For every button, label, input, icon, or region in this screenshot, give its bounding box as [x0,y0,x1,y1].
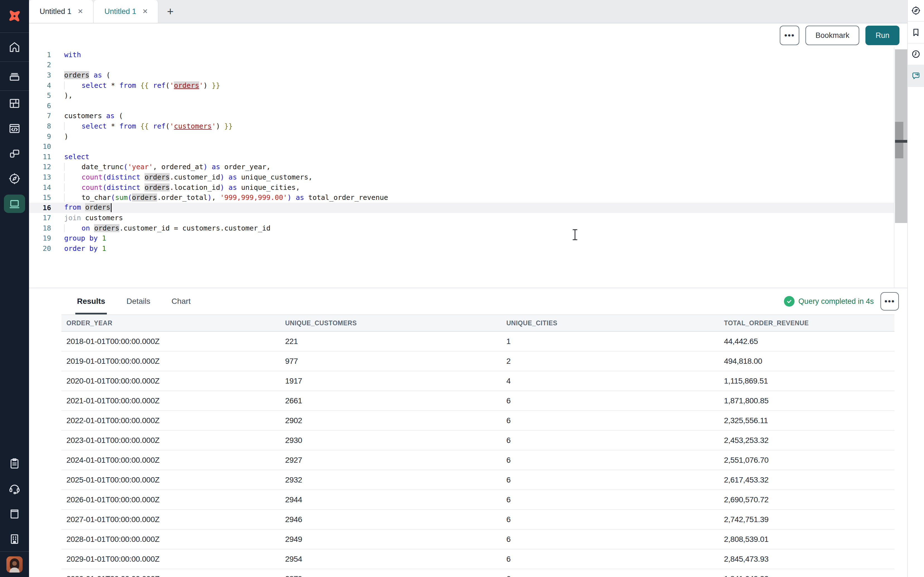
sidebar-item-home[interactable] [0,33,29,61]
table-cell: 2026-01-01T00:00:00.000Z [61,495,280,504]
code-line[interactable]: 20order by 1 [29,243,907,254]
sidebar-item-components[interactable] [0,141,29,166]
line-number: 8 [29,122,51,130]
code-line[interactable]: 15 to_char(sum(orders.order_total), '999… [29,192,907,203]
sidebar-item-account[interactable] [0,552,29,577]
table-cell: 2,617,453.32 [719,475,895,484]
new-tab-button[interactable]: + [158,0,182,23]
code-line[interactable]: 8 select * from {{ ref('customers') }} [29,121,907,131]
tab-untitled-2[interactable]: Untitled 1 ✕ [94,0,158,23]
code-line[interactable]: 5), [29,90,907,101]
table-cell: 6 [501,574,719,577]
sidebar-item-templates[interactable] [0,451,29,476]
table-cell: 6 [501,456,719,465]
code-line[interactable]: 1with [29,50,907,60]
bookmark-button[interactable]: Bookmark [805,26,859,45]
code-token: ref [153,81,165,89]
code-token: ref [153,122,165,130]
code-line[interactable]: 16from orders [29,203,907,213]
sidebar-item-docs[interactable] [0,501,29,526]
column-header[interactable]: TOTAL_ORDER_REVENUE [719,319,895,327]
run-button[interactable]: Run [866,26,900,45]
code-text: customers as ( [64,112,123,120]
code-token: customers [64,112,106,120]
sql-editor[interactable]: 1with23orders as (4 select * from {{ ref… [29,47,907,288]
code-text: group by 1 [64,234,106,242]
table-cell: 221 [280,337,501,346]
code-line[interactable]: 2 [29,60,907,70]
code-line[interactable]: 10 [29,141,907,152]
code-line[interactable]: 14 count(distinct orders.location_id) as… [29,182,907,193]
code-token: 1 [102,245,106,253]
sidebar-item-code[interactable] [0,116,29,141]
sidebar-item-magic-assistant[interactable] [908,65,924,87]
tab-untitled-1[interactable]: Untitled 1 ✕ [29,0,94,23]
code-token [64,81,81,89]
tab-chart[interactable]: Chart [171,288,191,314]
sidebar-item-compute-active[interactable] [0,191,29,216]
code-token [141,173,144,181]
code-token: ) [220,173,224,181]
column-header[interactable]: UNIQUE_CITIES [501,319,719,327]
code-line[interactable]: 18 on orders.customer_id = customers.cus… [29,223,907,233]
code-line[interactable]: 12 date_trunc('year', ordered_at) as ord… [29,162,907,172]
code-line[interactable]: 6 [29,101,907,111]
code-line[interactable]: 17join customers [29,213,907,223]
hex-logo[interactable] [0,0,29,32]
line-number: 3 [29,71,51,79]
sidebar-item-apps[interactable] [0,91,29,116]
line-number: 16 [29,204,51,212]
tab-close-icon[interactable]: ✕ [76,6,85,16]
table-cell: 2027-01-01T00:00:00.000Z [61,515,280,524]
tab-close-icon[interactable]: ✕ [141,6,150,16]
sidebar-item-projects[interactable] [0,62,29,90]
code-line[interactable]: 4 select * from {{ ref('orders') }} [29,80,907,90]
app-window: Untitled 1 ✕ Untitled 1 ✕ + ••• Bookmark… [0,0,924,577]
column-header[interactable]: ORDER_YEAR [61,319,280,327]
sidebar-item-history[interactable] [908,44,924,65]
more-options-button[interactable]: ••• [780,26,799,45]
code-line[interactable]: 9) [29,131,907,142]
editor-scrollbar[interactable] [894,47,907,288]
tab-results[interactable]: Results [77,288,105,314]
tab-bar: Untitled 1 ✕ Untitled 1 ✕ + [29,0,907,23]
code-token: customers [81,214,123,222]
code-token [64,173,81,181]
code-token [98,245,102,253]
code-text: order by 1 [64,245,106,253]
code-line[interactable]: 11select [29,152,907,162]
line-number: 13 [29,173,51,181]
scrollbar-track[interactable] [895,49,907,223]
table-row: 2021-01-01T00:00:00.000Z266161,871,800.8… [61,391,895,411]
sidebar-item-support[interactable] [0,476,29,501]
table-cell: 1917 [280,377,501,385]
code-line[interactable]: 3orders as ( [29,70,907,80]
sidebar-item-explore[interactable] [0,166,29,191]
sidebar-item-explore-data[interactable] [908,0,924,22]
table-cell: 6 [501,495,719,504]
code-token: join [64,214,81,222]
code-token: ' [170,81,174,89]
table-cell: 2,690,570.72 [719,495,895,504]
table-row: 2022-01-01T00:00:00.000Z290262,325,556.1… [61,411,895,431]
code-token [64,224,81,232]
code-token: total_order_revenue [304,193,388,201]
table-cell: 2029-01-01T00:00:00.000Z [61,555,280,564]
table-cell: 2902 [280,416,501,425]
code-line[interactable]: 7customers as ( [29,111,907,121]
code-token [89,71,94,79]
code-token: ( [102,173,107,181]
code-line[interactable]: 13 count(distinct orders.customer_id) as… [29,172,907,182]
table-cell: 2025-01-01T00:00:00.000Z [61,475,280,484]
code-text: from orders [64,203,111,212]
code-line[interactable]: 19group by 1 [29,233,907,243]
table-cell: 6 [501,396,719,405]
column-header[interactable]: UNIQUE_CUSTOMERS [280,319,501,327]
table-cell: 2,453,253.32 [719,436,895,445]
tab-details[interactable]: Details [126,288,150,314]
sidebar-item-organization[interactable] [0,526,29,551]
results-more-button[interactable]: ••• [880,292,899,311]
sidebar-item-bookmarks[interactable] [908,22,924,44]
hex-logo-icon [6,8,23,24]
code-token: count [81,184,102,192]
